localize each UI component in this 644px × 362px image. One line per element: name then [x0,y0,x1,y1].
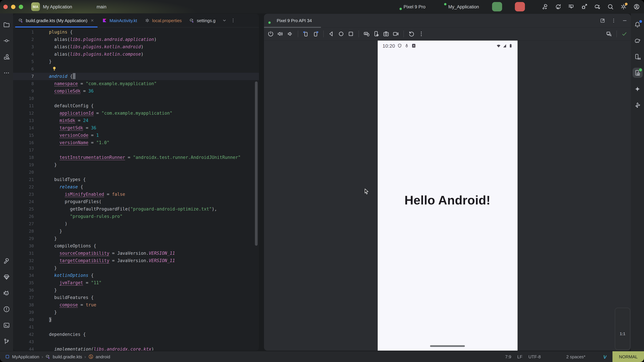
breadcrumb-item[interactable]: android [88,354,110,359]
ui-check-icon[interactable] [606,31,612,37]
editor-scrollbar[interactable] [255,81,258,246]
tool-window-button-gradle-elephant[interactable] [632,35,642,45]
apply-changes-button[interactable] [555,3,562,10]
more-run-actions-button[interactable] [528,4,534,10]
code-line[interactable]: 28 } [13,228,259,235]
code-line[interactable]: 7android { [13,73,259,80]
unlocked-icon[interactable] [592,354,597,360]
code-line[interactable]: 39 } [13,309,259,316]
code-line[interactable]: 41 [13,324,259,331]
tool-window-button-more-horizontal[interactable] [2,68,12,78]
ai-assistant-off-icon[interactable] [547,354,552,360]
tool-window-button-journeys-plane[interactable] [632,100,642,110]
profile-avatar-button[interactable] [633,3,640,10]
macos-traffic-lights[interactable] [3,4,23,9]
code-line[interactable]: 29 } [13,235,259,242]
code-line[interactable]: 19 } [13,161,259,169]
project-selector[interactable]: My Application [43,4,79,9]
code-line[interactable]: 44 implementation(libs.androidx.core.ktx… [13,346,259,351]
code-line[interactable]: 40} [13,316,259,324]
screenshot-icon[interactable] [383,30,390,37]
code-line[interactable]: 14 targetSdk = 36 [13,124,259,132]
close-window-button[interactable] [3,4,8,9]
vcs-branch-selector[interactable]: main [89,4,113,9]
code-line[interactable]: 36 } [13,287,259,294]
tool-window-button-folder[interactable] [2,19,12,29]
zoom-window-button[interactable] [19,4,23,9]
code-line[interactable]: 4 alias(libs.plugins.kotlin.compose) [13,51,259,58]
horizontal-scrollbar[interactable] [264,27,321,28]
editor-tab[interactable]: MainActivity.kt [98,14,141,27]
check-ok-icon[interactable] [621,31,628,37]
code-line[interactable]: 15 versionCode = 1 [13,132,259,139]
code-line[interactable]: 32 targetCompatibility = JavaVersion.VER… [13,257,259,265]
gesture-navigation-pill[interactable] [430,345,465,347]
code-line[interactable]: 16 versionName = "1.0" [13,139,259,146]
inspections-ok-icon[interactable] [251,30,257,36]
debug-button[interactable] [505,3,512,10]
device-tab[interactable]: Pixel 9 Pro API 34 [267,17,320,23]
caret-position[interactable]: 7:9 [505,354,511,359]
tool-window-button-notifications-bell[interactable] [632,19,642,29]
code-line[interactable]: 20 [13,169,259,176]
stop-button[interactable] [515,2,525,11]
code-line[interactable]: 34 kotlinOptions { [13,272,259,279]
code-line[interactable]: 5} [13,58,259,65]
rerun-button[interactable] [492,2,502,11]
indent-indicator[interactable]: 2 spaces* [559,354,586,360]
code-line[interactable]: 12 applicationId = "com.example.myapplic… [13,110,259,117]
tool-window-button-structure-shapes[interactable] [2,52,12,62]
screen-record-icon[interactable] [392,30,399,37]
code-line[interactable]: 3 alias(libs.plugins.kotlin.android) [13,43,259,51]
power-icon[interactable] [267,30,274,37]
apply-code-changes-button[interactable] [568,3,574,10]
device-settings-icon[interactable] [373,30,380,37]
code-line[interactable]: 17 [13,146,259,154]
code-line[interactable]: 31 sourceCompatibility = JavaVersion.VER… [13,250,259,257]
code-line[interactable]: 35 jvmTarget = "11" [13,279,259,287]
add-device-tab-button[interactable] [325,17,331,23]
home-icon[interactable] [338,30,344,37]
snapshot-reset-icon[interactable] [408,30,415,37]
zoom-out-icon[interactable] [620,322,626,328]
code-line[interactable]: 11 defaultConfig { [13,102,259,110]
code-line[interactable]: 13 minSdk = 24 [13,117,259,124]
code-line[interactable]: 23 isMinifyEnabled = false [13,191,259,198]
tool-window-button-git-branch[interactable] [2,336,12,346]
more-vertical-icon[interactable] [418,30,425,37]
volume-up-icon[interactable] [277,30,284,37]
code-line[interactable]: 25 getDefaultProguardFile("proguard-andr… [13,205,259,213]
editor-tab[interactable]: Ksettings.g [186,14,219,27]
zoom-in-icon[interactable] [620,312,626,318]
tool-window-button-problems[interactable] [2,304,12,314]
line-ending-indicator[interactable]: LF [518,354,522,359]
minimize-window-button[interactable] [11,4,16,9]
code-line[interactable]: 21 buildTypes { [13,176,259,183]
device-selector[interactable]: Pixel 9 Pro [396,4,432,10]
rotate-right-icon[interactable] [312,30,319,37]
fit-to-window-icon[interactable] [620,340,626,346]
code-line[interactable]: 22 release { [13,183,259,191]
tool-window-button-commit[interactable] [2,35,12,45]
code-line[interactable]: 8 namespace = "com.example.myapplication… [13,80,259,87]
hide-icon[interactable] [622,17,628,23]
vim-mode-badge[interactable]: NORMAL [613,351,644,362]
encoding-indicator[interactable]: UTF-8 [528,354,541,359]
tool-window-button-gemini-sparkle[interactable] [632,84,642,94]
code-line[interactable]: 18 testInstrumentationRunner = "androidx… [13,154,259,161]
breadcrumb-item[interactable]: Kbuild.gradle.kts [46,354,82,359]
tool-window-button-terminal[interactable] [2,320,12,330]
overview-icon[interactable] [348,30,354,37]
tool-window-button-running-devices[interactable] [632,68,642,78]
code-editor[interactable]: 1plugins {2 alias(libs.plugins.android.a… [13,27,259,351]
more-vertical-icon[interactable] [611,17,616,23]
code-line[interactable]: 37 buildFeatures { [13,294,259,301]
tool-window-button-hammer[interactable] [2,256,12,266]
code-line[interactable]: 10 [13,95,259,102]
close-icon[interactable] [314,18,319,23]
editor-tab[interactable]: local.properties [141,14,185,27]
code-line[interactable]: 43 [13,338,259,346]
tool-window-button-device-manager[interactable] [632,52,642,62]
hardware-input-icon[interactable] [363,30,370,37]
code-line[interactable]: 30 compileOptions { [13,242,259,250]
